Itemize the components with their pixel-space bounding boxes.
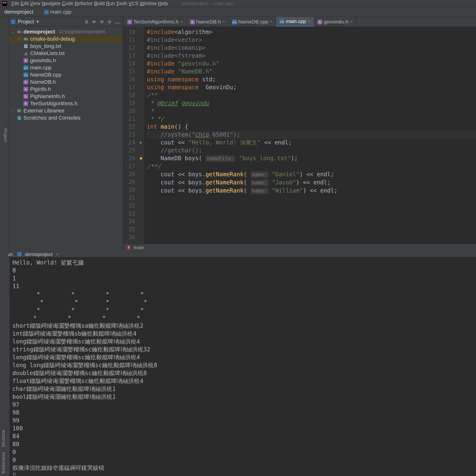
close-tab-icon[interactable]: × <box>181 19 183 24</box>
collapse-all-icon[interactable] <box>99 19 104 24</box>
svg-rect-2 <box>5 2 6 3</box>
tab-NameDB-h[interactable]: hNameDB.h× <box>187 17 229 27</box>
svg-rect-1 <box>3 2 4 3</box>
tab-main-cpp[interactable]: c++main.cpp× <box>276 17 314 27</box>
svg-rect-39 <box>141 159 141 160</box>
svg-text:c++: c++ <box>232 21 237 24</box>
project-panel: Project ▾ — ⌄demoprojectD:\cpp\demoproje… <box>8 17 123 251</box>
tree-node[interactable]: Scratches and Consoles <box>8 114 123 122</box>
menu-edit[interactable]: Edit <box>20 1 29 6</box>
svg-text:c++: c++ <box>24 67 28 69</box>
project-panel-title[interactable]: Project <box>18 19 34 25</box>
close-tab-icon[interactable]: × <box>308 19 311 24</box>
line-number-gutter: 1011121314151617181920212223242526272829… <box>123 27 138 244</box>
svg-text:h: h <box>25 88 27 91</box>
tree-node[interactable]: hTenSortAlgorithms.h <box>8 100 123 107</box>
run-config-name[interactable]: demoproject <box>25 251 52 257</box>
gutter-marks <box>138 27 144 244</box>
svg-rect-3 <box>44 10 49 14</box>
menu-run[interactable]: Run <box>106 1 115 6</box>
structure-tool[interactable]: Structure <box>1 430 7 447</box>
tree-node[interactable]: hPigInfo.h <box>8 86 123 93</box>
tree-node[interactable]: ⌄demoprojectD:\cpp\demoproject <box>8 28 123 35</box>
editor-breadcrumb[interactable]: f main <box>123 244 476 251</box>
breadcrumb-sep: 〉 <box>36 8 41 16</box>
locate-icon[interactable] <box>84 19 89 24</box>
run-tool-window: Run: demoproject × Hello, World! 娑鬄乇牅 8 … <box>0 251 476 476</box>
tab-NameDB-cpp[interactable]: c++NameDB.cpp× <box>229 17 276 27</box>
svg-rect-23 <box>17 109 18 112</box>
run-config-icon <box>17 252 21 256</box>
svg-text:c++: c++ <box>280 20 284 23</box>
menu-refactor[interactable]: Refactor <box>75 1 93 6</box>
close-tab-icon[interactable]: × <box>222 19 225 24</box>
tree-node[interactable]: c++NameDB.cpp <box>8 71 123 78</box>
code-editor[interactable]: 1011121314151617181920212223242526272829… <box>123 27 476 244</box>
svg-text:h: h <box>25 95 27 98</box>
menu-help[interactable]: Help <box>158 1 168 6</box>
breadcrumb-project[interactable]: demoproject <box>4 9 33 15</box>
menu-view[interactable]: View <box>30 1 40 6</box>
svg-text:c++: c++ <box>24 74 28 77</box>
chevron-down-icon[interactable]: ▾ <box>36 19 39 25</box>
menu-vcs[interactable]: VCS <box>129 1 138 6</box>
left-tool-strip[interactable]: Project <box>0 17 8 251</box>
close-tab-icon[interactable]: × <box>270 19 273 24</box>
hide-panel-icon[interactable]: — <box>115 19 120 24</box>
tab-TenSortAlgorithms-h[interactable]: hTenSortAlgorithms.h× <box>124 17 187 27</box>
menu-file[interactable]: File <box>12 1 19 6</box>
project-view-icon <box>11 20 15 24</box>
editor-area: hTenSortAlgorithms.h×hNameDB.h×c++NameDB… <box>123 17 476 251</box>
run-header: Run: demoproject × <box>0 251 476 257</box>
window-title: demoproject – main.cpp <box>182 1 233 6</box>
svg-point-27 <box>19 118 21 120</box>
svg-point-6 <box>86 21 87 22</box>
tree-node[interactable]: hPigNameInfo.h <box>8 93 123 100</box>
app-icon <box>2 1 7 6</box>
tab-geovindu-h[interactable]: hgeovindu.h× <box>314 17 356 27</box>
svg-rect-24 <box>19 109 20 112</box>
tree-node[interactable]: hgeovindu.h <box>8 57 123 64</box>
svg-text:h: h <box>191 20 193 24</box>
tree-node[interactable]: c++main.cpp <box>8 64 123 71</box>
menu-tools[interactable]: Tools <box>116 1 127 6</box>
svg-rect-40 <box>17 252 21 256</box>
svg-point-38 <box>140 157 142 159</box>
menu-bar: File Edit View Navigate Code Refactor Bu… <box>0 0 476 7</box>
tree-node[interactable]: ›External Libraries <box>8 107 123 114</box>
editor-tabs: hTenSortAlgorithms.h×hNameDB.h×c++NameDB… <box>123 17 476 27</box>
menu-navigate[interactable]: Navigate <box>42 1 61 6</box>
tree-node[interactable]: hNameDB.h <box>8 78 123 86</box>
close-tab-icon[interactable]: × <box>350 19 353 24</box>
svg-rect-4 <box>11 20 15 24</box>
svg-text:h: h <box>25 80 27 84</box>
svg-text:h: h <box>25 59 27 62</box>
project-panel-header: Project ▾ — <box>8 17 123 27</box>
tree-node[interactable]: CMakeLists.txt <box>8 50 123 57</box>
tree-node[interactable]: boys_long.txt <box>8 43 123 50</box>
breadcrumb-bar: demoproject 〉 main.cpp <box>0 7 476 17</box>
menu-window[interactable]: Window <box>140 1 157 6</box>
breadcrumb-file[interactable]: main.cpp <box>44 9 71 15</box>
expand-all-icon[interactable] <box>92 19 97 24</box>
left-bottom-strip[interactable]: Bookmarks Structure <box>0 251 8 476</box>
svg-text:h: h <box>319 20 321 24</box>
bookmarks-tool[interactable]: Bookmarks <box>1 452 7 474</box>
svg-text:h: h <box>25 102 27 106</box>
tree-node[interactable]: ›cmake-build-debug <box>8 35 123 43</box>
function-icon: f <box>126 245 131 250</box>
svg-text:h: h <box>129 20 131 24</box>
svg-rect-25 <box>20 109 21 112</box>
editor-breadcrumb-item[interactable]: main <box>133 245 144 250</box>
code-content[interactable]: #include<algorithm>#include<vector>#incl… <box>144 27 476 244</box>
settings-icon[interactable] <box>107 19 112 24</box>
project-tree[interactable]: ⌄demoprojectD:\cpp\demoproject›cmake-bui… <box>8 27 123 123</box>
close-run-tab-icon[interactable]: × <box>56 251 59 257</box>
run-output[interactable]: Hello, World! 娑鬄乇牅 8 1 11 * * * * * * * … <box>10 257 476 476</box>
menu-build[interactable]: Build <box>94 1 104 6</box>
menu-code[interactable]: Code <box>62 1 73 6</box>
svg-point-7 <box>109 21 110 22</box>
